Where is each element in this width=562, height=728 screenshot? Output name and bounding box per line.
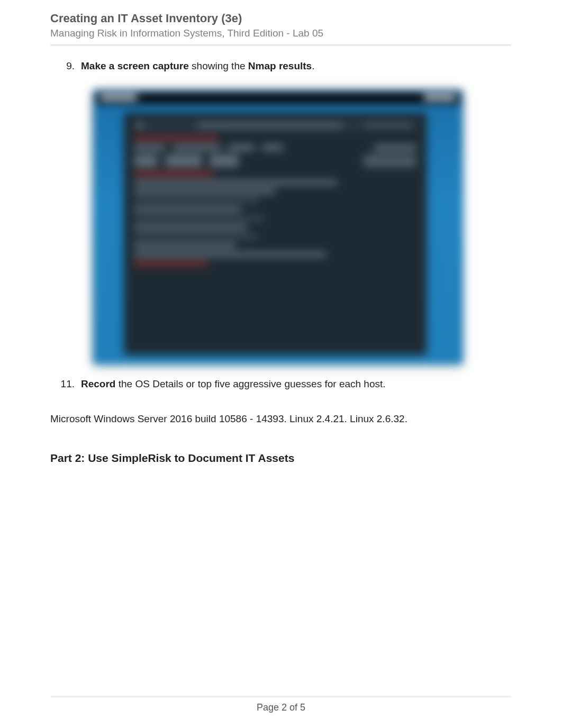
step-bold-1: Record bbox=[81, 378, 115, 389]
terminal-line bbox=[134, 198, 258, 203]
step-mid: the OS Details or top five aggressive gu… bbox=[115, 378, 385, 389]
step-bold-2: Nmap results bbox=[248, 60, 312, 71]
footer-divider bbox=[50, 695, 512, 697]
step-text: Make a screen capture showing the Nmap r… bbox=[81, 59, 512, 74]
terminal-line bbox=[134, 207, 241, 212]
terminal-seg bbox=[228, 144, 255, 151]
header-divider bbox=[50, 44, 512, 47]
terminal-seg bbox=[173, 144, 221, 151]
terminal-seg bbox=[134, 144, 166, 151]
terminal-line bbox=[134, 180, 337, 185]
terminal-line bbox=[134, 252, 326, 257]
terminal-title bbox=[197, 123, 342, 128]
answer-text: Microsoft Windows Server 2016 build 1058… bbox=[50, 412, 512, 426]
titlebar-right bbox=[424, 95, 456, 100]
terminal-seg bbox=[165, 154, 202, 167]
terminal-seg bbox=[210, 154, 239, 167]
step-number: 9. bbox=[50, 59, 81, 74]
part-2-heading: Part 2: Use SimpleRisk to Document IT As… bbox=[50, 452, 512, 465]
terminal-row bbox=[134, 144, 416, 151]
terminal-row bbox=[134, 154, 416, 167]
terminal-line bbox=[134, 171, 213, 176]
terminal-seg bbox=[364, 154, 416, 167]
window-titlebar bbox=[96, 93, 460, 104]
terminal-seg bbox=[134, 154, 158, 167]
terminal-line bbox=[134, 189, 275, 194]
step-11: 11. Record the OS Details or top five ag… bbox=[50, 377, 512, 392]
terminal-line bbox=[134, 225, 247, 230]
step-tail: . bbox=[312, 60, 314, 71]
page-number: Page 2 of 5 bbox=[0, 702, 562, 713]
terminal-header bbox=[134, 121, 416, 130]
terminal-line bbox=[134, 234, 258, 239]
terminal-line bbox=[134, 135, 219, 141]
terminal-seg bbox=[374, 144, 416, 151]
page-title: Creating an IT Asset Inventory (3e) bbox=[50, 12, 512, 25]
desktop-background bbox=[93, 89, 463, 365]
step-bold-1: Make a screen capture bbox=[81, 60, 189, 71]
titlebar-left bbox=[100, 95, 137, 100]
terminal-window bbox=[124, 113, 426, 354]
step-9: 9. Make a screen capture showing the Nma… bbox=[50, 59, 512, 74]
terminal-line bbox=[134, 261, 207, 266]
nmap-screenshot bbox=[93, 89, 463, 365]
terminal-line bbox=[134, 216, 264, 221]
step-mid: showing the bbox=[189, 60, 248, 71]
step-number: 11. bbox=[50, 377, 81, 392]
page-subtitle: Managing Risk in Information Systems, Th… bbox=[50, 28, 512, 39]
terminal-seg bbox=[262, 144, 283, 151]
step-text: Record the OS Details or top five aggres… bbox=[81, 377, 512, 392]
terminal-line bbox=[134, 243, 235, 248]
